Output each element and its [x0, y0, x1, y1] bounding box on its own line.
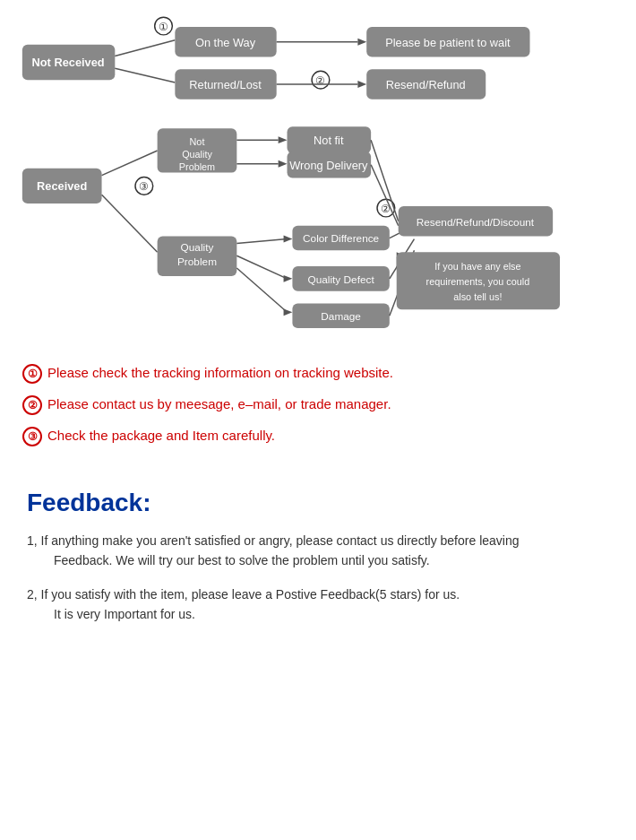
- svg-text:Quality Defect: Quality Defect: [308, 273, 375, 286]
- svg-line-26: [102, 151, 158, 176]
- svg-text:requirements, you could: requirements, you could: [426, 276, 530, 287]
- instruction-1: ① Please check the tracking information …: [22, 363, 614, 384]
- instruction-2: ② Please contact us by meesage, e–mail, …: [22, 394, 614, 415]
- svg-text:also tell us!: also tell us!: [453, 291, 502, 302]
- feedback-label-2: 2, If you satisfy with the item, please …: [27, 587, 460, 602]
- svg-marker-15: [357, 39, 366, 46]
- svg-text:Received: Received: [37, 179, 87, 193]
- svg-text:Quality: Quality: [181, 241, 214, 254]
- instructions: ① Please check the tracking information …: [13, 359, 623, 462]
- svg-text:Returned/Lost: Returned/Lost: [189, 78, 262, 91]
- svg-marker-46: [284, 236, 293, 243]
- svg-marker-21: [357, 81, 366, 88]
- svg-line-11: [115, 68, 175, 82]
- svg-text:On the Way: On the Way: [195, 36, 256, 49]
- svg-text:①: ①: [159, 21, 168, 33]
- svg-text:Wrong Delivery: Wrong Delivery: [289, 159, 368, 172]
- svg-text:Problem: Problem: [179, 161, 215, 172]
- svg-text:Problem: Problem: [177, 255, 217, 268]
- instruction-text-2: Please contact us by meesage, e–mail, or…: [47, 394, 391, 415]
- feedback-indent-1: Feedback. We will try our best to solve …: [54, 550, 609, 570]
- circle-3: ③: [22, 427, 42, 446]
- flowchart-area: ① ② ③ ② Not Received On the Way Please b…: [13, 9, 623, 350]
- svg-line-27: [102, 195, 158, 252]
- feedback-item-2: 2, If you satisfy with the item, please …: [27, 585, 609, 625]
- svg-text:Not Received: Not Received: [32, 56, 105, 69]
- svg-text:②: ②: [315, 74, 325, 87]
- svg-marker-33: [279, 136, 288, 143]
- svg-marker-48: [284, 275, 293, 282]
- instruction-text-1: Please check the tracking information on…: [47, 363, 393, 384]
- feedback-indent-2: It is very Important for us.: [54, 604, 609, 624]
- svg-text:Damage: Damage: [321, 310, 361, 323]
- svg-text:Resend/Refund: Resend/Refund: [386, 78, 466, 91]
- feedback-item-1: 1, If anything make you aren't satisfied…: [27, 531, 609, 571]
- instruction-3: ③ Check the package and Item carefully.: [22, 426, 614, 446]
- circle-2: ②: [22, 395, 42, 415]
- feedback-title: Feedback:: [27, 489, 609, 517]
- svg-text:Not fit: Not fit: [314, 134, 344, 147]
- svg-text:Not: Not: [190, 136, 205, 147]
- feedback-label-1: 1, If anything make you aren't satisfied…: [27, 533, 520, 548]
- svg-line-45: [236, 239, 287, 244]
- main-container: ① ② ③ ② Not Received On the Way Please b…: [0, 0, 636, 656]
- svg-text:Quality: Quality: [182, 149, 212, 160]
- svg-marker-35: [279, 160, 288, 168]
- svg-marker-50: [284, 308, 293, 316]
- svg-text:Please be patient to wait: Please be patient to wait: [385, 36, 511, 49]
- circle-1: ①: [22, 364, 42, 384]
- svg-text:Color Difference: Color Difference: [303, 232, 380, 245]
- svg-line-10: [115, 40, 175, 56]
- svg-text:③: ③: [139, 180, 149, 193]
- svg-text:If you have any else: If you have any else: [434, 261, 520, 272]
- feedback-section: Feedback: 1, If anything make you aren't…: [13, 480, 623, 647]
- svg-text:Resend/Refund/Discount: Resend/Refund/Discount: [417, 216, 535, 229]
- instruction-text-3: Check the package and Item carefully.: [47, 426, 275, 446]
